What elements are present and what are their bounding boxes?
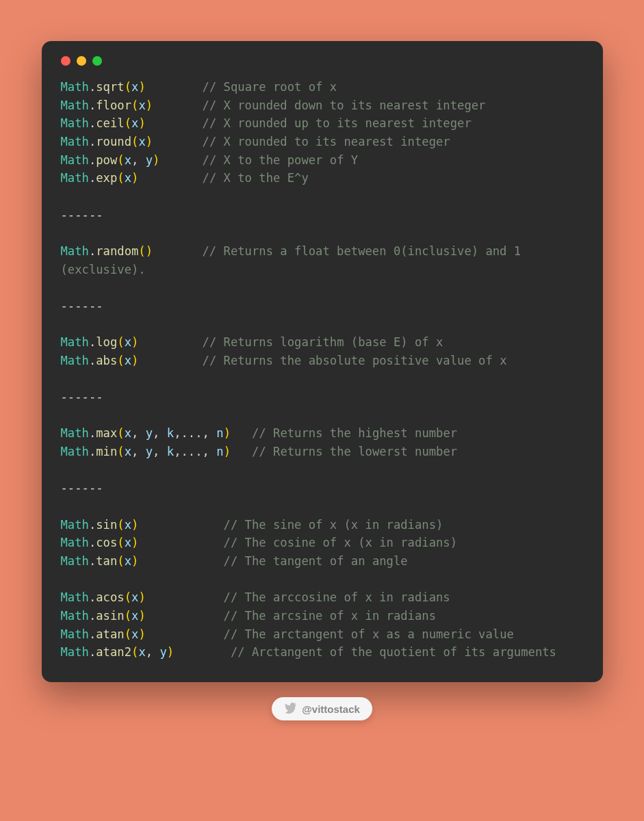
twitter-icon [284,703,296,715]
close-paren: ) [138,627,145,641]
math-object: Math [61,153,89,167]
separator: ------ [61,206,584,224]
dot-operator: . [89,335,96,349]
param: y [146,153,153,167]
math-object: Math [61,116,89,130]
close-paren: ) [131,536,138,549]
method-name: log [96,335,117,349]
dot-operator: . [89,99,96,112]
comment: // X to the power of Y [203,153,359,167]
open-paren: ( [131,645,138,659]
minimize-icon[interactable] [77,56,86,66]
code-line: Math.floor(x) // X rounded down to its n… [61,96,584,115]
close-paren: ) [131,354,138,367]
method-name: round [96,135,131,148]
code-line: Math.acos(x) // The arccosine of x in ra… [61,588,584,607]
code-line: Math.pow(x, y) // X to the power of Y [61,151,584,170]
dot-operator: . [89,518,96,532]
method-name: min [96,445,117,458]
param: x [125,354,131,367]
math-object: Math [61,445,89,458]
param: y [146,445,153,458]
math-object: Math [61,99,89,112]
param: n [216,445,223,458]
code-line: Math.round(x) // X rounded to its neares… [61,133,584,151]
math-object: Math [61,518,89,532]
open-paren: ( [131,135,138,148]
open-paren: ( [131,99,138,112]
blank-line [61,224,584,242]
comment: // X to the E^y [203,171,309,185]
close-icon[interactable] [61,56,70,66]
close-paren: ) [224,426,231,440]
param: x [125,153,131,167]
dot-operator: . [89,135,96,148]
dot-operator: . [89,609,96,623]
comment: // X rounded down to its nearest integer [203,99,486,112]
code-line: Math.max(x, y, k,..., n) // Returns the … [61,424,584,443]
math-object: Math [61,80,89,94]
method-name: floor [96,99,131,112]
code-line: Math.ceil(x) // X rounded up to its near… [61,114,584,133]
blank-line [61,315,584,334]
open-paren: ( [125,627,131,641]
close-paren: ) [138,590,145,604]
param: x [131,80,138,94]
method-name: abs [96,354,117,367]
dot-operator: . [89,80,96,94]
comment: // The arcsine of x in radians [224,609,436,623]
open-paren: ( [117,445,124,458]
param: x [125,445,131,458]
open-paren: ( [125,116,131,130]
dot-operator: . [89,171,96,185]
code-line: Math.asin(x) // The arcsine of x in radi… [61,607,584,625]
author-handle: @vittostack [302,703,360,715]
comment: // The arccosine of x in radians [224,590,450,604]
dot-operator: . [89,354,96,367]
open-paren: ( [138,244,145,258]
code-line: Math.random() // Returns a float between… [61,242,584,278]
code-line: Math.sqrt(x) // Square root of x [61,78,584,96]
open-paren: ( [117,426,124,440]
code-line: Math.exp(x) // X to the E^y [61,169,584,187]
separator: ------ [61,388,584,406]
author-badge[interactable]: @vittostack [272,697,372,720]
param: x [131,590,138,604]
open-paren: ( [125,609,131,623]
blank-line [61,406,584,425]
close-paren: ) [153,153,159,167]
comment: // Returns the absolute positive value o… [203,354,507,367]
open-paren: ( [117,554,124,568]
open-paren: ( [117,536,124,549]
comment: // Square root of x [203,80,337,94]
open-paren: ( [117,335,124,349]
maximize-icon[interactable] [92,56,102,66]
close-paren: ) [138,116,145,130]
method-name: sin [96,518,117,532]
blank-line [61,187,584,206]
comment: // X rounded to its nearest integer [203,135,450,148]
open-paren: ( [117,171,124,185]
param: x [125,171,131,185]
separator: ------ [61,479,584,497]
param: k [167,445,174,458]
comment: // The arctangent of x as a numeric valu… [224,627,514,641]
blank-line [61,278,584,297]
math-object: Math [61,554,89,568]
dot-operator: . [89,244,96,258]
window-controls [61,56,584,66]
code-line: Math.atan(x) // The arctangent of x as a… [61,625,584,644]
param: x [138,99,145,112]
param: x [131,627,138,641]
close-paren: ) [131,518,138,532]
close-paren: ) [138,80,145,94]
dot-operator: . [89,627,96,641]
dot-operator: . [89,536,96,549]
method-name: acos [96,590,124,604]
close-paren: ) [138,609,145,623]
dot-operator: . [89,116,96,130]
method-name: cos [96,536,117,549]
method-name: tan [96,554,117,568]
comment: // The cosine of x (x in radians) [224,536,457,549]
comment: // The sine of x (x in radians) [224,518,443,532]
